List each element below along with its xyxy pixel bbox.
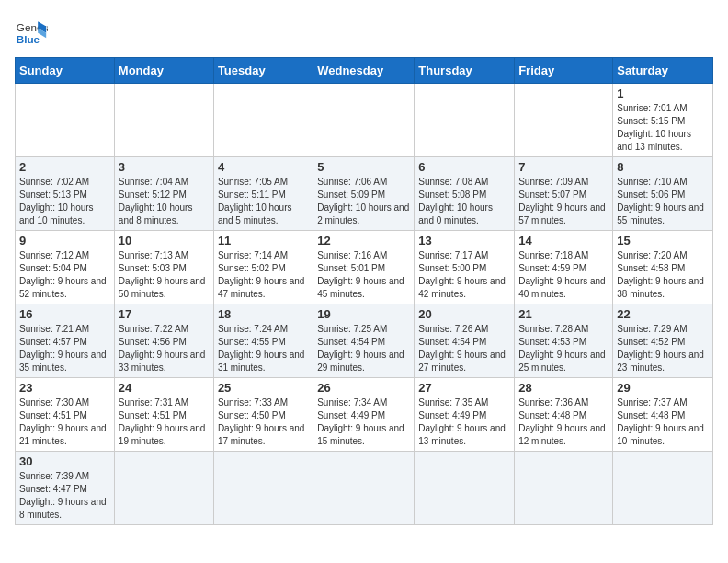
calendar-cell: 4Sunrise: 7:05 AM Sunset: 5:11 PM Daylig…: [213, 157, 313, 231]
logo: General Blue: [15, 15, 48, 48]
calendar-cell: 15Sunrise: 7:20 AM Sunset: 4:58 PM Dayli…: [613, 231, 713, 304]
calendar-cell: 13Sunrise: 7:17 AM Sunset: 5:00 PM Dayli…: [415, 231, 515, 304]
calendar-cell: 23Sunrise: 7:30 AM Sunset: 4:51 PM Dayli…: [16, 378, 115, 452]
calendar-cell: 27Sunrise: 7:35 AM Sunset: 4:49 PM Dayli…: [415, 378, 515, 452]
weekday-header-monday: Monday: [114, 58, 213, 84]
day-number: 19: [317, 307, 410, 321]
day-number: 26: [317, 381, 410, 395]
day-info: Sunrise: 7:08 AM Sunset: 5:08 PM Dayligh…: [418, 176, 510, 227]
calendar-cell: 11Sunrise: 7:14 AM Sunset: 5:02 PM Dayli…: [213, 231, 313, 304]
calendar-cell: [613, 452, 713, 525]
day-info: Sunrise: 7:12 AM Sunset: 5:04 PM Dayligh…: [19, 249, 110, 301]
calendar-cell: 5Sunrise: 7:06 AM Sunset: 5:09 PM Daylig…: [313, 157, 415, 231]
day-info: Sunrise: 7:01 AM Sunset: 5:15 PM Dayligh…: [617, 102, 709, 154]
calendar-cell: 25Sunrise: 7:33 AM Sunset: 4:50 PM Dayli…: [213, 378, 313, 452]
calendar-cell: 18Sunrise: 7:24 AM Sunset: 4:55 PM Dayli…: [213, 304, 313, 378]
calendar-cell: [213, 452, 313, 525]
calendar-cell: 21Sunrise: 7:28 AM Sunset: 4:53 PM Dayli…: [515, 304, 613, 378]
day-info: Sunrise: 7:06 AM Sunset: 5:09 PM Dayligh…: [317, 176, 410, 227]
calendar-cell: 3Sunrise: 7:04 AM Sunset: 5:12 PM Daylig…: [114, 157, 213, 231]
calendar-week-2: 2Sunrise: 7:02 AM Sunset: 5:13 PM Daylig…: [16, 157, 713, 231]
calendar-cell: 9Sunrise: 7:12 AM Sunset: 5:04 PM Daylig…: [16, 231, 115, 304]
day-info: Sunrise: 7:10 AM Sunset: 5:06 PM Dayligh…: [617, 176, 709, 227]
calendar-cell: 30Sunrise: 7:39 AM Sunset: 4:47 PM Dayli…: [16, 452, 115, 525]
calendar-week-5: 23Sunrise: 7:30 AM Sunset: 4:51 PM Dayli…: [16, 378, 713, 452]
calendar-cell: 26Sunrise: 7:34 AM Sunset: 4:49 PM Dayli…: [313, 378, 415, 452]
day-info: Sunrise: 7:25 AM Sunset: 4:54 PM Dayligh…: [317, 323, 410, 374]
day-info: Sunrise: 7:30 AM Sunset: 4:51 PM Dayligh…: [19, 396, 110, 448]
calendar-cell: 6Sunrise: 7:08 AM Sunset: 5:08 PM Daylig…: [415, 157, 515, 231]
day-info: Sunrise: 7:29 AM Sunset: 4:52 PM Dayligh…: [617, 323, 709, 374]
day-number: 2: [19, 160, 110, 174]
day-number: 11: [218, 234, 309, 247]
day-info: Sunrise: 7:26 AM Sunset: 4:54 PM Dayligh…: [418, 323, 510, 374]
calendar-cell: [515, 84, 613, 157]
day-info: Sunrise: 7:21 AM Sunset: 4:57 PM Dayligh…: [19, 323, 110, 374]
day-number: 3: [119, 160, 210, 174]
day-number: 24: [119, 381, 210, 395]
calendar-header-row: SundayMondayTuesdayWednesdayThursdayFrid…: [16, 58, 713, 84]
day-info: Sunrise: 7:34 AM Sunset: 4:49 PM Dayligh…: [317, 396, 410, 448]
day-number: 21: [518, 307, 609, 321]
weekday-header-wednesday: Wednesday: [313, 58, 415, 84]
calendar-cell: [313, 452, 415, 525]
calendar-week-6: 30Sunrise: 7:39 AM Sunset: 4:47 PM Dayli…: [16, 452, 713, 525]
day-number: 16: [19, 307, 110, 321]
day-info: Sunrise: 7:22 AM Sunset: 4:56 PM Dayligh…: [119, 323, 210, 374]
day-number: 23: [19, 381, 110, 395]
day-number: 13: [418, 234, 510, 247]
day-number: 5: [317, 160, 410, 174]
day-number: 22: [617, 307, 709, 321]
day-info: Sunrise: 7:09 AM Sunset: 5:07 PM Dayligh…: [518, 176, 609, 227]
weekday-header-sunday: Sunday: [16, 58, 115, 84]
day-info: Sunrise: 7:17 AM Sunset: 5:00 PM Dayligh…: [418, 249, 510, 301]
calendar-cell: [415, 84, 515, 157]
day-number: 20: [418, 307, 510, 321]
calendar-cell: 22Sunrise: 7:29 AM Sunset: 4:52 PM Dayli…: [613, 304, 713, 378]
calendar-table: SundayMondayTuesdayWednesdayThursdayFrid…: [15, 57, 713, 525]
calendar-week-1: 1Sunrise: 7:01 AM Sunset: 5:15 PM Daylig…: [16, 84, 713, 157]
weekday-header-friday: Friday: [515, 58, 613, 84]
day-info: Sunrise: 7:31 AM Sunset: 4:51 PM Dayligh…: [119, 396, 210, 448]
day-info: Sunrise: 7:28 AM Sunset: 4:53 PM Dayligh…: [518, 323, 609, 374]
day-number: 6: [418, 160, 510, 174]
calendar-cell: 8Sunrise: 7:10 AM Sunset: 5:06 PM Daylig…: [613, 157, 713, 231]
weekday-header-thursday: Thursday: [415, 58, 515, 84]
day-number: 9: [19, 234, 110, 247]
calendar-cell: [213, 84, 313, 157]
day-info: Sunrise: 7:24 AM Sunset: 4:55 PM Dayligh…: [218, 323, 309, 374]
day-info: Sunrise: 7:04 AM Sunset: 5:12 PM Dayligh…: [119, 176, 210, 227]
calendar-cell: [415, 452, 515, 525]
calendar-cell: 16Sunrise: 7:21 AM Sunset: 4:57 PM Dayli…: [16, 304, 115, 378]
calendar-cell: 19Sunrise: 7:25 AM Sunset: 4:54 PM Dayli…: [313, 304, 415, 378]
calendar-week-4: 16Sunrise: 7:21 AM Sunset: 4:57 PM Dayli…: [16, 304, 713, 378]
logo-icon: General Blue: [15, 15, 48, 48]
day-number: 28: [518, 381, 609, 395]
day-number: 4: [218, 160, 309, 174]
day-info: Sunrise: 7:05 AM Sunset: 5:11 PM Dayligh…: [218, 176, 309, 227]
page-header: General Blue: [15, 15, 713, 48]
day-number: 1: [617, 86, 709, 100]
day-number: 7: [518, 160, 609, 174]
day-number: 18: [218, 307, 309, 321]
day-info: Sunrise: 7:20 AM Sunset: 4:58 PM Dayligh…: [617, 249, 709, 301]
weekday-header-saturday: Saturday: [613, 58, 713, 84]
calendar-cell: [515, 452, 613, 525]
calendar-cell: 24Sunrise: 7:31 AM Sunset: 4:51 PM Dayli…: [114, 378, 213, 452]
calendar-cell: 7Sunrise: 7:09 AM Sunset: 5:07 PM Daylig…: [515, 157, 613, 231]
calendar-cell: 29Sunrise: 7:37 AM Sunset: 4:48 PM Dayli…: [613, 378, 713, 452]
day-info: Sunrise: 7:33 AM Sunset: 4:50 PM Dayligh…: [218, 396, 309, 448]
calendar-cell: [16, 84, 115, 157]
calendar-cell: 12Sunrise: 7:16 AM Sunset: 5:01 PM Dayli…: [313, 231, 415, 304]
calendar-cell: [114, 452, 213, 525]
day-number: 10: [119, 234, 210, 247]
calendar-cell: 20Sunrise: 7:26 AM Sunset: 4:54 PM Dayli…: [415, 304, 515, 378]
day-info: Sunrise: 7:35 AM Sunset: 4:49 PM Dayligh…: [418, 396, 510, 448]
calendar-cell: 10Sunrise: 7:13 AM Sunset: 5:03 PM Dayli…: [114, 231, 213, 304]
day-number: 25: [218, 381, 309, 395]
calendar-cell: [313, 84, 415, 157]
calendar-cell: 17Sunrise: 7:22 AM Sunset: 4:56 PM Dayli…: [114, 304, 213, 378]
day-number: 27: [418, 381, 510, 395]
calendar-cell: 14Sunrise: 7:18 AM Sunset: 4:59 PM Dayli…: [515, 231, 613, 304]
day-number: 30: [19, 454, 110, 468]
